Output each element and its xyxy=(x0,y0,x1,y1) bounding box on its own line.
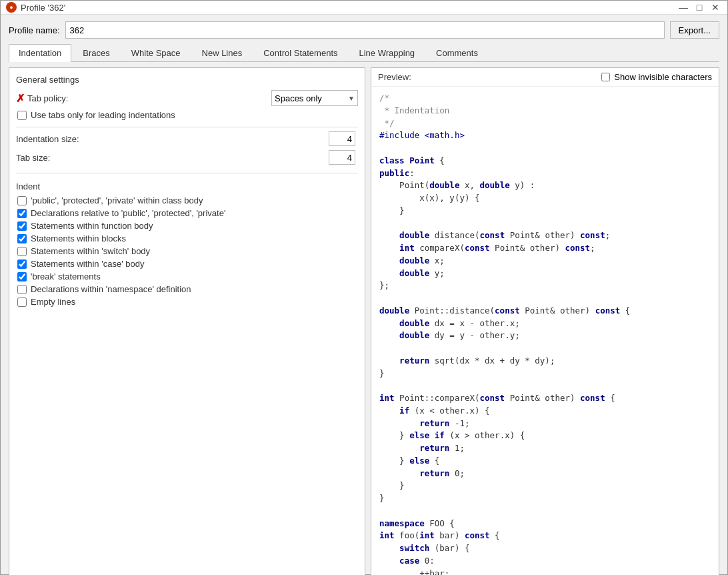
indent-checkbox-2[interactable] xyxy=(17,221,27,231)
title-bar-left: ● Profile '362' xyxy=(6,2,65,13)
indent-label-2: Statements within function body xyxy=(31,221,153,231)
chevron-down-icon: ▼ xyxy=(348,95,355,102)
tab-policy-row: ✗ Tab policy: Spaces only ▼ xyxy=(16,90,358,106)
content-area: Profile name: Export... Indentation Brac… xyxy=(1,15,727,575)
indent-item-3: Statements within blocks xyxy=(16,233,358,243)
tab-indentation[interactable]: Indentation xyxy=(9,44,71,62)
tab-control-statements[interactable]: Control Statements xyxy=(253,44,347,61)
indent-checkbox-3[interactable] xyxy=(17,234,27,243)
main-window: ● Profile '362' — □ ✕ Profile name: Expo… xyxy=(0,0,728,575)
tab-size-row: Tab size: xyxy=(16,150,358,165)
indent-checkbox-7[interactable] xyxy=(17,285,27,294)
profile-name-row: Profile name: Export... xyxy=(9,21,719,39)
indent-item-6: 'break' statements xyxy=(16,271,358,281)
use-tabs-checkbox[interactable] xyxy=(17,111,27,120)
profile-name-label: Profile name: xyxy=(9,25,60,35)
indent-item-0: 'public', 'protected', 'private' within … xyxy=(16,195,358,205)
tab-white-space[interactable]: White Space xyxy=(121,44,191,61)
indent-checkbox-4[interactable] xyxy=(17,247,27,256)
indentation-size-input[interactable] xyxy=(329,131,355,146)
indent-item-1: Declarations relative to 'public', 'prot… xyxy=(16,208,358,218)
title-bar-controls: — □ ✕ xyxy=(677,1,722,14)
show-invisible-checkbox[interactable] xyxy=(601,73,610,81)
use-tabs-row: Use tabs only for leading indentations xyxy=(16,110,358,120)
minimize-button[interactable]: — xyxy=(677,1,690,14)
title-bar: ● Profile '362' — □ ✕ xyxy=(1,1,727,15)
tab-size-input[interactable] xyxy=(329,150,355,165)
indent-section-title: Indent xyxy=(16,181,358,191)
tab-policy-dropdown-value: Spaces only xyxy=(275,93,322,103)
indentation-size-row: Indentation size: xyxy=(16,131,358,146)
indent-checkbox-8[interactable] xyxy=(17,298,27,307)
indent-checkbox-6[interactable] xyxy=(17,272,27,281)
main-panels: General settings ✗ Tab policy: Spaces on… xyxy=(9,67,719,575)
tab-comments[interactable]: Comments xyxy=(426,44,488,61)
preview-label: Preview: xyxy=(378,72,411,82)
maximize-button[interactable]: □ xyxy=(693,1,706,14)
show-invisible-label: Show invisible characters xyxy=(614,72,712,82)
indent-item-7: Declarations within 'namespace' definiti… xyxy=(16,284,358,294)
indent-item-4: Statements within 'switch' body xyxy=(16,246,358,256)
tab-size-label: Tab size: xyxy=(16,153,50,163)
export-button[interactable]: Export... xyxy=(670,21,719,39)
tabs-row: Indentation Braces White Space New Lines… xyxy=(9,44,719,62)
tab-new-lines[interactable]: New Lines xyxy=(192,44,253,61)
indent-label-3: Statements within blocks xyxy=(31,233,126,243)
window-title: Profile '362' xyxy=(21,3,65,13)
indent-checkbox-1[interactable] xyxy=(17,209,27,218)
indent-label-4: Statements within 'switch' body xyxy=(31,246,150,256)
close-button[interactable]: ✕ xyxy=(709,1,722,14)
tab-policy-dropdown[interactable]: Spaces only ▼ xyxy=(271,90,358,106)
indent-label-1: Declarations relative to 'public', 'prot… xyxy=(31,208,225,218)
indent-item-2: Statements within function body xyxy=(16,221,358,231)
indent-checkbox-0[interactable] xyxy=(17,196,27,205)
tab-braces[interactable]: Braces xyxy=(73,44,119,61)
indent-label-5: Statements within 'case' body xyxy=(31,259,144,269)
code-content: /* * Indentation */ #include <math.h> cl… xyxy=(379,92,711,575)
tab-line-wrapping[interactable]: Line Wrapping xyxy=(349,44,425,61)
indentation-size-label: Indentation size: xyxy=(16,134,79,144)
indent-item-5: Statements within 'case' body xyxy=(16,259,358,269)
preview-header: Preview: Show invisible characters xyxy=(371,68,719,87)
indent-label-6: 'break' statements xyxy=(31,271,101,281)
use-tabs-label: Use tabs only for leading indentations xyxy=(31,110,175,120)
indent-item-8: Empty lines xyxy=(16,297,358,307)
indent-label-7: Declarations within 'namespace' definiti… xyxy=(31,284,191,294)
tab-policy-label: Tab policy: xyxy=(27,93,68,103)
code-preview[interactable]: /* * Indentation */ #include <math.h> cl… xyxy=(371,87,719,575)
show-invisible-row: Show invisible characters xyxy=(601,72,712,82)
indent-checkbox-5[interactable] xyxy=(17,259,27,269)
profile-name-input[interactable] xyxy=(65,21,665,39)
indent-label-0: 'public', 'protected', 'private' within … xyxy=(31,195,203,205)
general-settings-title: General settings xyxy=(16,75,358,85)
tab-policy-error-icon: ✗ xyxy=(16,92,25,105)
right-panel: Preview: Show invisible characters /* * … xyxy=(371,67,719,575)
code-wrapper: /* * Indentation */ #include <math.h> cl… xyxy=(371,87,719,575)
app-icon: ● xyxy=(6,2,17,13)
left-panel: General settings ✗ Tab policy: Spaces on… xyxy=(9,67,365,575)
indent-label-8: Empty lines xyxy=(31,297,75,307)
